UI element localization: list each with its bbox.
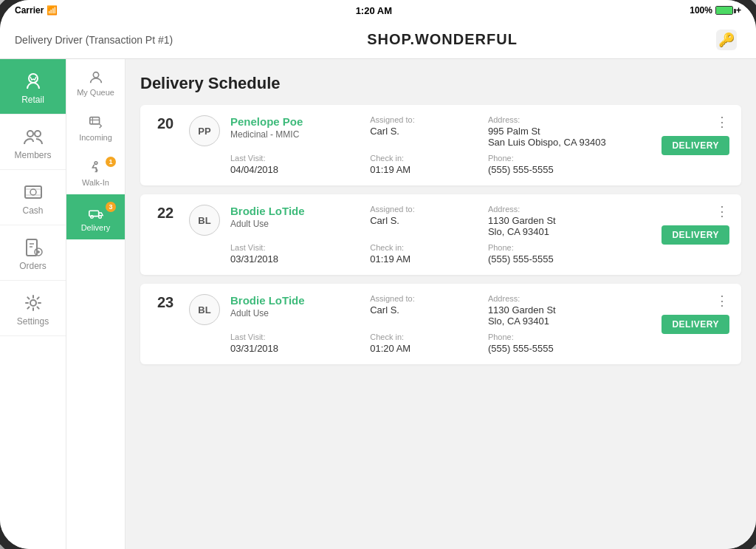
order-number: 20 [155, 115, 176, 132]
delivery-card: 22 BL Brodie LoTide Adult Use Assigned t… [140, 194, 741, 275]
last-visit-label: Last Visit: [230, 154, 361, 163]
status-time: 1:20 AM [356, 5, 392, 16]
card-info: Brodie LoTide Adult Use Assigned to: Car… [230, 205, 651, 265]
delivery-card: 20 PP Penelope Poe Medicinal - MMIC Assi… [140, 105, 741, 185]
svg-point-6 [30, 189, 36, 195]
settings-label: Settings [17, 316, 49, 327]
my-queue-icon [88, 69, 104, 86]
cash-icon [23, 182, 44, 202]
settings-icon [23, 293, 44, 313]
walk-in-badge: 1 [106, 157, 116, 167]
last-visit-group: Last Visit: 03/31/2018 [230, 243, 361, 265]
check-in-label: Check in: [370, 243, 479, 252]
header-subtitle: Delivery Driver (Transaction Pt #1) [15, 34, 173, 46]
sidebar-item-members[interactable]: Members [0, 115, 66, 170]
delivery-icon [88, 205, 104, 221]
patient-name: Brodie LoTide [230, 294, 361, 307]
phone-value: (555) 555-5555 [488, 343, 652, 354]
svg-point-10 [93, 72, 98, 78]
patient-name: Penelope Poe [230, 115, 361, 128]
card-info: Penelope Poe Medicinal - MMIC Assigned t… [230, 115, 651, 175]
phone-group: Phone: (555) 555-5555 [488, 243, 652, 265]
phone-group: Phone: (555) 555-5555 [488, 154, 652, 175]
assigned-value: Carl S. [370, 215, 479, 226]
assigned-label: Assigned to: [370, 205, 479, 214]
sidebar-item-cash[interactable]: Cash [0, 170, 66, 225]
more-options-icon[interactable]: ⋮ [715, 115, 729, 129]
sidebar-item-orders[interactable]: Orders [0, 225, 66, 281]
svg-rect-13 [89, 211, 98, 216]
status-bar: Carrier 📶 1:20 AM 100% + [0, 0, 756, 21]
content-area: Delivery Schedule 20 PP Penelope Poe Med… [126, 59, 756, 549]
order-number: 22 [155, 205, 176, 222]
svg-rect-5 [25, 186, 41, 198]
delivery-list: 20 PP Penelope Poe Medicinal - MMIC Assi… [140, 105, 741, 364]
check-in-value: 01:19 AM [370, 164, 479, 175]
assigned-group: Assigned to: Carl S. [370, 205, 479, 237]
card-actions: ⋮ DELIVERY [662, 294, 729, 334]
check-in-group: Check in: 01:20 AM [370, 333, 479, 354]
delivery-button[interactable]: DELIVERY [662, 136, 729, 155]
phone-group: Phone: (555) 555-5555 [488, 333, 652, 354]
retail-icon [23, 71, 44, 92]
check-in-label: Check in: [370, 333, 479, 341]
card-info: Brodie LoTide Adult Use Assigned to: Car… [230, 294, 651, 354]
sub-item-walk-in[interactable]: 1 Walk-In [66, 149, 125, 194]
more-options-icon[interactable]: ⋮ [715, 205, 729, 218]
walk-in-label: Walk-In [82, 178, 109, 187]
delivery-label: Delivery [81, 223, 111, 232]
delivery-button[interactable]: DELIVERY [662, 225, 729, 245]
status-right: 100% + [690, 5, 741, 16]
members-icon [23, 126, 44, 147]
avatar: BL [189, 294, 220, 325]
assigned-group: Assigned to: Carl S. [370, 294, 479, 327]
assigned-group: Assigned to: Carl S. [370, 115, 479, 148]
check-in-value: 01:19 AM [370, 253, 479, 265]
last-visit-group: Last Visit: 04/04/2018 [230, 154, 361, 175]
device-frame: Carrier 📶 1:20 AM 100% + Delivery Driver… [0, 0, 756, 549]
carrier-label: Carrier [15, 5, 44, 16]
address-label: Address: [488, 294, 652, 303]
patient-name: Brodie LoTide [230, 205, 361, 217]
address-label: Address: [488, 205, 652, 214]
sidebar-sub: My Queue Incoming 1 Walk-In [66, 59, 126, 549]
header-bar: Delivery Driver (Transaction Pt #1) SHOP… [0, 21, 756, 59]
header-title: SHOP.WONDERFUL [367, 31, 518, 48]
walk-in-icon [88, 160, 104, 176]
patient-group: Brodie LoTide Adult Use [230, 205, 361, 237]
orders-label: Orders [19, 261, 47, 271]
sub-item-incoming[interactable]: Incoming [66, 104, 125, 149]
avatar: PP [189, 115, 220, 146]
retail-label: Retail [21, 95, 44, 105]
phone-label: Phone: [488, 154, 652, 163]
key-icon[interactable]: 🔑 [712, 25, 741, 55]
assigned-label: Assigned to: [370, 115, 479, 124]
last-visit-value: 04/04/2018 [230, 164, 361, 175]
sidebar-item-retail[interactable]: Retail [0, 59, 66, 115]
page-title: Delivery Schedule [140, 74, 741, 93]
address-group: Address: 1130 Garden StSlo, CA 93401 [488, 205, 652, 237]
delivery-button[interactable]: DELIVERY [662, 315, 729, 334]
last-visit-group: Last Visit: 03/31/2018 [230, 333, 361, 354]
phone-label: Phone: [488, 243, 652, 252]
patient-type: Medicinal - MMIC [230, 129, 361, 140]
svg-text:🔑: 🔑 [718, 32, 735, 48]
address-value: 1130 Garden StSlo, CA 93401 [488, 215, 652, 237]
more-options-icon[interactable]: ⋮ [715, 294, 729, 307]
incoming-icon [88, 115, 104, 131]
sub-item-my-queue[interactable]: My Queue [66, 59, 125, 104]
sub-item-delivery[interactable]: 3 Delivery [66, 194, 125, 239]
last-visit-value: 03/31/2018 [230, 343, 361, 354]
my-queue-label: My Queue [77, 88, 114, 97]
check-in-group: Check in: 01:19 AM [370, 154, 479, 175]
patient-group: Brodie LoTide Adult Use [230, 294, 361, 327]
sidebar-item-settings[interactable]: Settings [0, 281, 66, 336]
card-actions: ⋮ DELIVERY [662, 115, 729, 155]
battery-plus: + [736, 5, 741, 16]
main-area: Retail Members Cas [0, 59, 756, 549]
address-value: 1130 Garden StSlo, CA 93401 [488, 304, 652, 327]
address-label: Address: [488, 115, 652, 124]
address-value: 995 Palm StSan Luis Obispo, CA 93403 [488, 126, 652, 148]
assigned-label: Assigned to: [370, 294, 479, 303]
patient-type: Adult Use [230, 219, 361, 229]
